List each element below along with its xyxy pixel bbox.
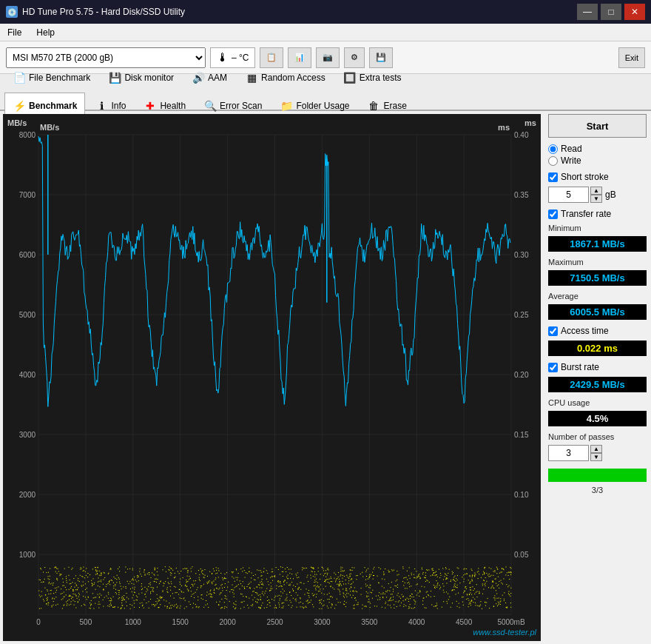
menu-bar: File Help (0, 24, 651, 41)
folder-usage-icon: 📁 (280, 99, 293, 113)
title-left: 💿 HD Tune Pro 5.75 - Hard Disk/SSD Utili… (6, 6, 185, 18)
tab-extra-tests-label: Extra tests (360, 73, 402, 83)
title-bar: 💿 HD Tune Pro 5.75 - Hard Disk/SSD Utili… (0, 0, 651, 24)
chart-container: MB/s ms www.ssd-tester.pl (3, 114, 541, 641)
short-stroke-unit: gB (605, 189, 616, 200)
passes-progress-fill (548, 469, 647, 482)
minimize-button[interactable]: — (577, 4, 598, 20)
close-button[interactable]: ✕ (624, 4, 645, 20)
tab-folder-usage-label: Folder Usage (296, 101, 349, 111)
passes-up[interactable]: ▲ (590, 445, 602, 453)
tab-bar: 📄 File Benchmark 💾 Disk monitor 🔊 AAM ▦ … (0, 74, 651, 111)
tab-erase-label: Erase (383, 101, 406, 111)
passes-spinner: ▲ ▼ (548, 445, 647, 461)
temperature-value: – °C (232, 53, 249, 63)
benchmark-chart (3, 114, 541, 641)
tab-health-label: Health (160, 101, 186, 111)
start-button[interactable]: Start (548, 114, 647, 138)
write-radio[interactable] (548, 156, 558, 166)
right-panel: Start Read Write Short stroke ▲ ▼ gB (544, 111, 651, 644)
tab-random-access[interactable]: ▦ Random Access (237, 64, 334, 91)
burst-rate-value: 2429.5 MB/s (548, 377, 647, 392)
short-stroke-checkbox[interactable] (548, 172, 558, 182)
read-radio[interactable] (548, 144, 558, 154)
main-content: MB/s ms www.ssd-tester.pl Start Read Wri… (0, 111, 651, 644)
maximize-button[interactable]: □ (601, 4, 621, 20)
access-time-value: 0.022 ms (548, 341, 647, 356)
short-stroke-spinner-btns: ▲ ▼ (590, 187, 602, 203)
access-time-label: Access time (561, 326, 609, 336)
write-label: Write (561, 155, 581, 166)
window-controls: — □ ✕ (577, 4, 645, 20)
transfer-rate-checkbox[interactable] (548, 209, 558, 219)
read-label: Read (561, 144, 582, 154)
minimum-label: Minimum (548, 224, 647, 232)
minimum-value: 1867.1 MB/s (548, 236, 647, 252)
transfer-rate-checkbox-label[interactable]: Transfer rate (548, 209, 647, 219)
watermark: www.ssd-tester.pl (473, 628, 536, 637)
passes-label: Number of passes (548, 432, 647, 441)
tab-disk-monitor-label: Disk monitor (124, 73, 174, 83)
average-label: Average (548, 292, 647, 301)
short-stroke-checkbox-label[interactable]: Short stroke (548, 172, 647, 182)
transfer-rate-label: Transfer rate (561, 209, 611, 219)
menu-help[interactable]: Help (33, 26, 58, 39)
chart-unit-left: MB/s (7, 118, 27, 127)
maximum-label: Maximum (548, 258, 647, 266)
tab-file-benchmark-label: File Benchmark (29, 73, 90, 83)
access-time-checkbox[interactable] (548, 326, 558, 336)
tab-disk-monitor[interactable]: 💾 Disk monitor (100, 64, 182, 91)
app-icon: 💿 (6, 6, 18, 18)
tab-aam[interactable]: 🔊 AAM (183, 64, 235, 91)
read-radio-label[interactable]: Read (548, 144, 647, 154)
passes-down[interactable]: ▼ (590, 453, 602, 461)
tab-random-access-label: Random Access (261, 73, 326, 83)
disk-monitor-icon: 💾 (108, 71, 121, 84)
maximum-value: 7150.5 MB/s (548, 270, 647, 286)
passes-progress-bar (548, 469, 647, 482)
random-access-icon: ▦ (245, 71, 258, 84)
write-radio-label[interactable]: Write (548, 155, 647, 166)
info-icon: ℹ (95, 99, 108, 113)
tab-file-benchmark[interactable]: 📄 File Benchmark (4, 64, 98, 91)
burst-rate-checkbox-label[interactable]: Burst rate (548, 362, 647, 372)
tab-extra-tests[interactable]: 🔲 Extra tests (335, 64, 410, 91)
cpu-usage-value: 4.5% (548, 411, 647, 426)
tab-info-label: Info (111, 101, 126, 111)
cpu-usage-label: CPU usage (548, 398, 647, 407)
aam-icon: 🔊 (192, 71, 205, 84)
average-value: 6005.5 MB/s (548, 304, 647, 320)
short-stroke-label: Short stroke (561, 172, 609, 182)
passes-input[interactable] (548, 445, 589, 461)
chart-unit-right: ms (524, 118, 536, 127)
menu-file[interactable]: File (4, 26, 24, 39)
thermometer-icon: 🌡 (217, 51, 229, 64)
passes-progress-label: 3/3 (548, 486, 647, 494)
read-write-group: Read Write (548, 144, 647, 166)
short-stroke-down[interactable]: ▼ (590, 195, 602, 203)
window-title: HD Tune Pro 5.75 - Hard Disk/SSD Utility (22, 7, 185, 17)
error-scan-icon: 🔍 (203, 99, 217, 113)
health-icon: ✚ (144, 99, 157, 113)
benchmark-icon: ⚡ (13, 99, 26, 113)
passes-spinner-btns: ▲ ▼ (590, 445, 602, 461)
burst-rate-checkbox[interactable] (548, 363, 558, 372)
erase-icon: 🗑 (367, 99, 380, 113)
extra-tests-icon: 🔲 (343, 71, 357, 84)
burst-rate-label: Burst rate (561, 362, 599, 372)
short-stroke-input[interactable] (548, 187, 589, 203)
tab-aam-label: AAM (208, 73, 227, 83)
tab-benchmark-label: Benchmark (29, 101, 77, 111)
short-stroke-spinner: ▲ ▼ gB (548, 187, 647, 203)
tab-error-scan-label: Error Scan (220, 101, 262, 111)
file-benchmark-icon: 📄 (13, 71, 26, 84)
short-stroke-up[interactable]: ▲ (590, 187, 602, 195)
access-time-checkbox-label[interactable]: Access time (548, 326, 647, 336)
